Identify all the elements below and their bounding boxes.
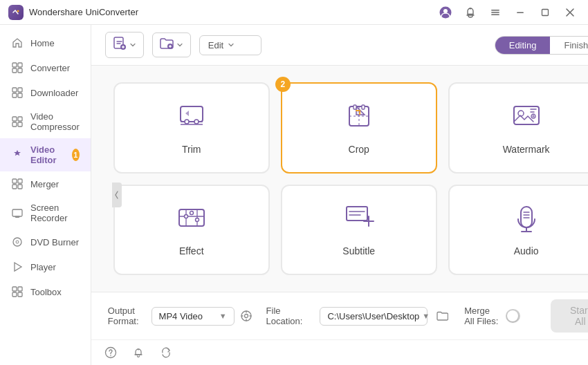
toolbar: Edit Editing Finished <box>91 25 588 66</box>
svg-rect-56 <box>347 207 367 221</box>
card-subtitle[interactable]: Subtitle <box>281 185 437 276</box>
svg-rect-12 <box>18 68 22 73</box>
notification-title-icon[interactable] <box>461 3 480 22</box>
svg-rect-17 <box>12 117 17 121</box>
output-format-label: Output Format: <box>108 306 146 326</box>
card-audio[interactable]: Audio <box>448 185 588 276</box>
user-icon[interactable] <box>436 3 455 22</box>
main-layout: Home Converter Downloader Video Compress… <box>0 25 588 365</box>
sidebar-item-dvd-burner[interactable]: DVD Burner <box>0 230 91 254</box>
sidebar: Home Converter Downloader Video Compress… <box>0 25 91 365</box>
sidebar-item-downloader[interactable]: Downloader <box>0 80 91 105</box>
svg-rect-4 <box>491 10 499 11</box>
video-compressor-label: Video Compressor <box>30 111 80 132</box>
svg-point-65 <box>110 355 111 357</box>
add-folder-button[interactable] <box>152 32 191 57</box>
sidebar-item-player[interactable]: Player <box>0 254 91 279</box>
player-icon <box>11 261 24 273</box>
svg-rect-11 <box>12 68 17 73</box>
file-location-value: C:\Users\User\Desktop <box>327 311 419 321</box>
video-editor-label: Video Editor <box>30 144 62 165</box>
svg-point-53 <box>184 215 187 218</box>
svg-point-3 <box>443 9 448 13</box>
output-format-value: MP4 Video <box>159 311 203 321</box>
dvd-burner-icon <box>11 236 24 248</box>
svg-rect-22 <box>18 179 22 183</box>
app-logo <box>8 5 24 20</box>
sidebar-collapse-handle[interactable] <box>112 182 122 207</box>
editor-grid: Trim Crop <box>91 66 588 292</box>
effect-label: Effect <box>179 245 204 256</box>
sidebar-item-video-editor[interactable]: Video Editor 1 <box>0 138 91 171</box>
svg-rect-32 <box>12 292 17 297</box>
svg-marker-29 <box>15 263 21 271</box>
svg-rect-18 <box>18 117 22 121</box>
downloader-label: Downloader <box>30 88 78 98</box>
merge-all-label: Merge All Files: <box>464 306 500 326</box>
bell-status-icon[interactable] <box>130 344 147 361</box>
folder-browse-icon[interactable] <box>433 306 450 326</box>
bottom-bar: Output Format: MP4 Video ▼ File Location… <box>91 292 588 339</box>
svg-rect-9 <box>12 63 17 67</box>
edit-label: Edit <box>208 40 223 50</box>
svg-rect-0 <box>11 8 21 17</box>
close-icon[interactable] <box>560 3 580 22</box>
window-controls <box>436 3 580 22</box>
minimize-icon[interactable] <box>511 3 530 22</box>
file-location-field: File Location: C:\Users\User\Desktop ▼ <box>266 306 451 326</box>
card-effect[interactable]: Effect <box>113 185 270 276</box>
svg-point-27 <box>13 238 21 246</box>
add-file-button[interactable] <box>105 32 144 58</box>
add-folder-icon <box>160 37 174 53</box>
file-location-select[interactable]: C:\Users\User\Desktop ▼ <box>320 307 427 326</box>
refresh-status-icon[interactable] <box>158 344 174 361</box>
sidebar-item-toolbox[interactable]: Toolbox <box>0 279 91 304</box>
tab-finished[interactable]: Finished <box>550 37 588 54</box>
output-settings-icon[interactable] <box>240 306 252 326</box>
video-compressor-icon <box>11 115 24 128</box>
edit-dropdown[interactable]: Edit <box>199 35 261 55</box>
audio-icon <box>511 203 542 238</box>
effect-icon <box>176 203 207 238</box>
svg-rect-30 <box>12 287 17 291</box>
svg-point-41 <box>194 120 199 124</box>
downloader-icon <box>11 86 24 99</box>
svg-point-40 <box>185 120 189 124</box>
output-format-chevron: ▼ <box>219 312 227 320</box>
card-trim[interactable]: Trim <box>113 82 270 174</box>
merge-all-toggle[interactable] <box>506 309 520 323</box>
svg-rect-31 <box>18 287 22 291</box>
svg-rect-14 <box>18 88 22 92</box>
screen-recorder-icon <box>11 207 24 219</box>
svg-point-28 <box>16 241 19 243</box>
title-bar: Wondershare UniConverter <box>0 0 588 25</box>
sidebar-item-home[interactable]: Home <box>0 30 91 55</box>
help-icon[interactable] <box>102 344 119 361</box>
sidebar-item-converter[interactable]: Converter <box>0 55 91 80</box>
svg-rect-26 <box>15 216 19 218</box>
hamburger-icon[interactable] <box>486 3 505 22</box>
sidebar-badge-1: 1 <box>72 149 80 161</box>
converter-label: Converter <box>30 63 70 73</box>
toolbox-label: Toolbox <box>30 287 62 297</box>
output-format-select[interactable]: MP4 Video ▼ <box>151 307 235 326</box>
home-label: Home <box>30 38 55 48</box>
toolbox-icon <box>11 286 24 298</box>
merger-label: Merger <box>30 179 59 189</box>
card-crop[interactable]: Crop <box>281 82 437 174</box>
crop-icon <box>344 101 374 137</box>
output-format-field: Output Format: MP4 Video ▼ <box>108 306 252 326</box>
svg-point-54 <box>190 212 193 215</box>
sidebar-item-screen-recorder[interactable]: Screen Recorder <box>0 196 91 230</box>
svg-rect-44 <box>353 105 356 109</box>
card-watermark[interactable]: Watermark <box>448 82 588 174</box>
edit-tab-group: Editing Finished <box>495 36 588 55</box>
start-all-button[interactable]: Start All <box>551 299 588 333</box>
video-editor-icon <box>11 149 24 161</box>
tab-editing[interactable]: Editing <box>495 37 551 54</box>
svg-rect-6 <box>491 14 499 15</box>
svg-rect-33 <box>18 292 22 297</box>
maximize-icon[interactable] <box>535 3 555 22</box>
sidebar-item-video-compressor[interactable]: Video Compressor <box>0 105 91 138</box>
sidebar-item-merger[interactable]: Merger <box>0 171 91 196</box>
